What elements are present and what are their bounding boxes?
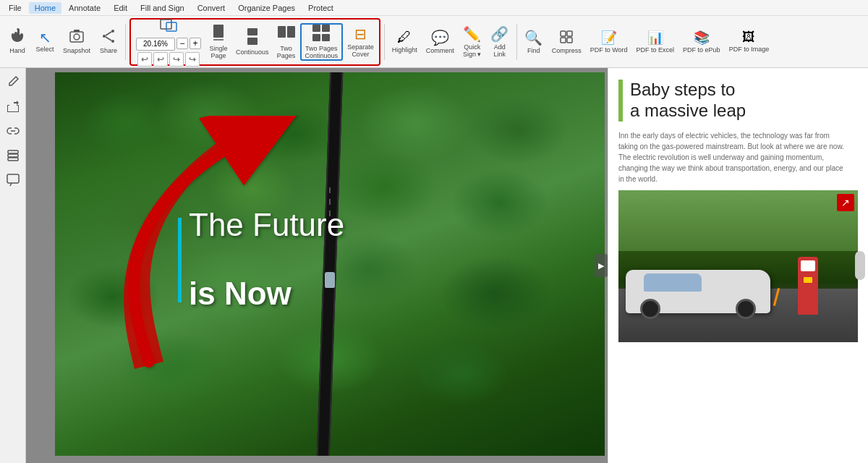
pdf-page: The Future is Now xyxy=(55,72,605,456)
menu-organize[interactable]: Organize Pages xyxy=(232,2,301,14)
menu-fill-sign[interactable]: Fill and Sign xyxy=(135,2,190,14)
menu-edit[interactable]: Edit xyxy=(108,2,133,14)
svg-rect-15 xyxy=(287,26,295,38)
svg-rect-10 xyxy=(213,25,224,38)
pdf-to-word-button[interactable]: 📝 PDF to Word xyxy=(587,23,631,61)
zoom-input[interactable] xyxy=(136,38,175,51)
zoom-controls: − + xyxy=(136,38,201,51)
right-panel-title-line1: Baby steps to xyxy=(630,80,858,101)
two-pages-button[interactable]: TwoPages xyxy=(273,23,299,61)
find-label: Find xyxy=(527,48,540,55)
svg-rect-25 xyxy=(8,154,18,157)
add-link-button[interactable]: 🔗 AddLink xyxy=(487,23,513,61)
highlight-button[interactable]: 🖊 Highlight xyxy=(388,23,421,61)
svg-rect-16 xyxy=(312,25,320,32)
undo2-button[interactable]: ↩ xyxy=(153,52,168,67)
quick-sign-icon: ✏️ xyxy=(463,25,481,43)
menu-annotate[interactable]: Annotate xyxy=(63,2,106,14)
svg-rect-14 xyxy=(278,26,286,38)
redo-button[interactable]: ↪ xyxy=(169,52,184,67)
svg-point-5 xyxy=(103,35,106,38)
compress-button[interactable]: Compress xyxy=(548,23,585,61)
comment-label: Comment xyxy=(426,48,454,55)
share-sidebar-button[interactable] xyxy=(2,95,24,117)
svg-rect-22 xyxy=(561,38,566,43)
highlight-label: Highlight xyxy=(392,47,417,54)
svg-rect-24 xyxy=(8,150,18,153)
car-on-road xyxy=(325,272,335,288)
highlight-icon: 🖊 xyxy=(397,29,412,46)
svg-point-3 xyxy=(111,30,114,33)
select-tool-button[interactable]: ↖ Select xyxy=(32,23,58,61)
edit-sidebar-button[interactable] xyxy=(2,71,24,93)
svg-rect-19 xyxy=(322,34,330,41)
compress-icon xyxy=(558,29,574,46)
separate-cover-label: SeparateCover xyxy=(347,44,374,59)
svg-line-6 xyxy=(106,32,111,35)
svg-rect-26 xyxy=(8,158,18,161)
select-label: Select xyxy=(35,46,54,54)
ev-car xyxy=(626,270,770,313)
zoom-out-button[interactable]: − xyxy=(176,38,188,49)
pdf-to-excel-label: PDF to Excel xyxy=(637,47,675,54)
find-button[interactable]: 🔍 Find xyxy=(521,23,547,61)
ev-image-arrow-badge: ↗ xyxy=(837,194,854,211)
quick-sign-label: QuickSign ▾ xyxy=(463,44,482,59)
redo2-button[interactable]: ↪ xyxy=(185,52,200,67)
pdf-to-epub-label: PDF to ePub xyxy=(683,47,720,54)
forest-background: The Future is Now xyxy=(55,72,605,456)
single-page-button[interactable]: SinglePage xyxy=(205,23,231,61)
two-pages-continuous-label: Two PagesContinuous xyxy=(305,46,339,60)
svg-rect-21 xyxy=(567,31,572,36)
add-link-icon: 🔗 xyxy=(490,25,509,43)
menu-convert[interactable]: Convert xyxy=(192,2,231,14)
sep3 xyxy=(516,24,517,60)
two-pages-continuous-button[interactable]: Two PagesContinuous xyxy=(300,23,344,61)
right-panel-body-text: Inn the early days of electric vehicles,… xyxy=(618,130,858,184)
continuous-button[interactable]: Continuous xyxy=(232,23,273,61)
continuous-icon xyxy=(244,27,260,48)
hand-tool-button[interactable]: Hand xyxy=(4,23,30,61)
quick-sign-button[interactable]: ✏️ QuickSign ▾ xyxy=(459,23,485,61)
page-nav-next-arrow[interactable]: ▶ xyxy=(595,254,608,277)
pdf-to-epub-icon: 📚 xyxy=(694,30,710,46)
pdf-to-image-button[interactable]: 🖼 PDF to Image xyxy=(726,23,773,61)
menu-file[interactable]: File xyxy=(3,2,27,14)
svg-rect-13 xyxy=(247,38,258,45)
svg-point-1 xyxy=(74,34,80,40)
snapshot-button[interactable]: Snapshot xyxy=(59,23,94,61)
separate-cover-button[interactable]: ⊟ SeparateCover xyxy=(344,23,378,61)
undo-redo-controls: ↩ ↩ ↪ ↪ xyxy=(137,52,200,67)
add-link-label: AddLink xyxy=(493,44,506,59)
menu-protect[interactable]: Protect xyxy=(302,2,339,14)
comment-sidebar-button[interactable] xyxy=(2,169,24,191)
hand-label: Hand xyxy=(9,48,25,55)
continuous-label: Continuous xyxy=(236,49,269,56)
menu-home[interactable]: Home xyxy=(29,2,61,14)
pdf-to-word-icon: 📝 xyxy=(601,30,617,46)
right-panel: Baby steps to a massive leap Inn the ear… xyxy=(608,68,868,463)
pdf-to-epub-button[interactable]: 📚 PDF to ePub xyxy=(679,23,724,61)
single-page-label: SinglePage xyxy=(210,46,228,60)
two-pages-continuous-icon xyxy=(312,24,331,44)
snapshot-label: Snapshot xyxy=(63,48,90,55)
undo-button[interactable]: ↩ xyxy=(137,52,152,67)
share-icon xyxy=(101,28,116,46)
link-sidebar-button[interactable] xyxy=(2,120,24,142)
layers-sidebar-button[interactable] xyxy=(2,145,24,166)
pdf-to-image-icon: 🖼 xyxy=(742,30,755,45)
ev-charging-image: ↗ xyxy=(618,190,858,342)
pdf-to-excel-button[interactable]: 📊 PDF to Excel xyxy=(633,23,678,61)
comment-button[interactable]: 💬 Comment xyxy=(422,23,458,61)
actual-size-button[interactable]: − + ↩ ↩ ↪ ↪ xyxy=(132,23,205,61)
cyan-accent-bar xyxy=(178,218,182,302)
snapshot-icon xyxy=(69,28,85,46)
now-text: is Now xyxy=(189,276,292,312)
share-button[interactable]: Share xyxy=(95,23,122,61)
zoom-in-button[interactable]: + xyxy=(190,38,201,49)
actual-size-icon xyxy=(159,17,178,35)
scroll-handle[interactable] xyxy=(855,251,865,280)
svg-line-7 xyxy=(106,37,111,41)
svg-rect-18 xyxy=(312,34,320,41)
right-panel-title-line2: a massive leap xyxy=(630,101,858,122)
